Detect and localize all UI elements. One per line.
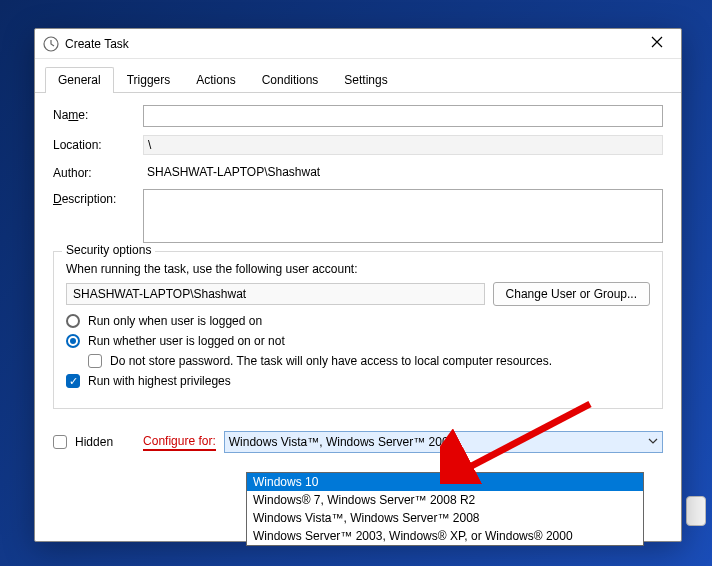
dropdown-item[interactable]: Windows 10: [247, 473, 643, 491]
checkbox-label: Hidden: [75, 435, 113, 449]
description-label: Description:: [53, 189, 143, 206]
checkbox-icon: ✓: [66, 374, 80, 388]
close-button[interactable]: [641, 36, 673, 51]
radio-icon: [66, 334, 80, 348]
description-input[interactable]: [143, 189, 663, 243]
tab-triggers[interactable]: Triggers: [114, 67, 184, 92]
radio-label: Run only when user is logged on: [88, 314, 262, 328]
configure-for-dropdown: Windows 10 Windows® 7, Windows Server™ 2…: [246, 472, 644, 546]
security-account: SHASHWAT-LAPTOP\Shashwat: [66, 283, 485, 305]
task-scheduler-icon: [43, 36, 59, 52]
checkbox-no-store-password[interactable]: Do not store password. The task will onl…: [88, 354, 650, 368]
radio-run-logged-or-not[interactable]: Run whether user is logged on or not: [66, 334, 650, 348]
titlebar: Create Task: [35, 29, 681, 59]
checkbox-label: Do not store password. The task will onl…: [110, 354, 552, 368]
radio-label: Run whether user is logged on or not: [88, 334, 285, 348]
security-options-group: Security options When running the task, …: [53, 251, 663, 409]
location-value: \: [143, 135, 663, 155]
tab-settings[interactable]: Settings: [331, 67, 400, 92]
create-task-dialog: Create Task General Triggers Actions Con…: [34, 28, 682, 542]
author-label: Author:: [53, 163, 143, 180]
dropdown-item[interactable]: Windows Vista™, Windows Server™ 2008: [247, 509, 643, 527]
radio-icon: [66, 314, 80, 328]
tab-content: Name: Location: \ Author: SHASHWAT-LAPTO…: [35, 93, 681, 421]
security-legend: Security options: [62, 243, 155, 257]
close-icon: [651, 36, 663, 48]
checkbox-icon: [88, 354, 102, 368]
dropdown-item[interactable]: Windows Server™ 2003, Windows® XP, or Wi…: [247, 527, 643, 545]
checkbox-icon: [53, 435, 67, 449]
tab-general[interactable]: General: [45, 67, 114, 92]
chevron-down-icon: [648, 435, 658, 449]
checkbox-hidden[interactable]: Hidden: [53, 435, 113, 449]
configure-for-combo[interactable]: Windows Vista™, Windows Server™ 2008: [224, 431, 663, 453]
tab-conditions[interactable]: Conditions: [249, 67, 332, 92]
author-value: SHASHWAT-LAPTOP\Shashwat: [143, 163, 663, 181]
security-prompt: When running the task, use the following…: [66, 262, 650, 276]
checkbox-label: Run with highest privileges: [88, 374, 231, 388]
radio-run-logged-on[interactable]: Run only when user is logged on: [66, 314, 650, 328]
window-title: Create Task: [65, 37, 641, 51]
dropdown-item[interactable]: Windows® 7, Windows Server™ 2008 R2: [247, 491, 643, 509]
footer-row: Hidden Configure for: Windows Vista™, Wi…: [35, 421, 681, 463]
checkbox-highest-privileges[interactable]: ✓ Run with highest privileges: [66, 374, 650, 388]
tab-actions[interactable]: Actions: [183, 67, 248, 92]
name-label: Name:: [53, 105, 143, 122]
background-window-edge: [686, 496, 706, 526]
tab-bar: General Triggers Actions Conditions Sett…: [35, 59, 681, 93]
name-input[interactable]: [143, 105, 663, 127]
combo-value: Windows Vista™, Windows Server™ 2008: [229, 435, 456, 449]
configure-for-label: Configure for:: [143, 434, 216, 451]
location-label: Location:: [53, 135, 143, 152]
change-user-button[interactable]: Change User or Group...: [493, 282, 650, 306]
